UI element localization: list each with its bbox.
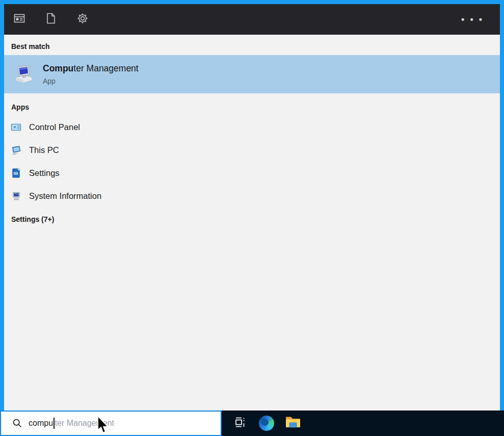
- search-results-panel: Best match Computer Management App: [4, 35, 500, 411]
- search-flyout-inner: • • • Best match Computer Manage: [4, 4, 500, 411]
- taskbar-icons: [227, 411, 306, 436]
- search-typed-text: compu: [29, 419, 53, 428]
- task-view-button[interactable]: [227, 411, 253, 436]
- file-explorer-button[interactable]: [280, 411, 306, 436]
- settings-section-label: Settings (7+): [4, 208, 500, 228]
- best-match-title: Computer Management: [43, 63, 139, 74]
- apps-filter-button[interactable]: [13, 13, 25, 25]
- apps-section-label: Apps: [4, 93, 500, 116]
- app-result-settings[interactable]: Settings: [4, 162, 500, 185]
- app-result-label: Settings: [29, 168, 60, 178]
- app-result-label: System Information: [29, 191, 101, 201]
- app-result-control-panel[interactable]: Control Panel: [4, 116, 500, 139]
- search-icon: [12, 418, 22, 428]
- search-flyout: • • • Best match Computer Manage: [0, 0, 504, 411]
- app-result-label: This PC: [29, 145, 59, 155]
- edge-icon: [259, 416, 274, 431]
- more-options-button[interactable]: • • •: [454, 17, 491, 22]
- best-match-title-rest: ter Management: [73, 63, 138, 73]
- taskbar-search-input[interactable]: computer Management: [0, 411, 222, 436]
- app-result-this-pc[interactable]: This PC: [4, 139, 500, 162]
- search-text: computer Management: [29, 418, 114, 429]
- file-explorer-icon: [285, 415, 301, 431]
- best-match-result-computer-management[interactable]: Computer Management App: [4, 55, 500, 93]
- gear-filter-icon: [76, 12, 89, 27]
- best-match-subtitle: App: [43, 77, 139, 85]
- search-filter-bar: • • •: [4, 4, 500, 35]
- apps-filter-icon: [13, 12, 25, 27]
- settings-filter-button[interactable]: [76, 13, 89, 25]
- best-match-title-typed: Compu: [43, 63, 73, 73]
- text-caret: [54, 418, 55, 429]
- document-filter-icon: [45, 12, 57, 27]
- settings-app-icon: [11, 168, 21, 178]
- computer-management-icon: [12, 63, 35, 86]
- documents-filter-button[interactable]: [45, 13, 57, 25]
- taskbar: computer Management: [0, 411, 504, 436]
- app-result-system-information[interactable]: System Information: [4, 185, 500, 208]
- best-match-section-label: Best match: [4, 35, 500, 55]
- app-result-label: Control Panel: [29, 122, 80, 132]
- control-panel-icon: [11, 122, 21, 133]
- task-view-icon: [233, 415, 247, 431]
- search-suggestion-text: ter Management: [55, 419, 115, 428]
- this-pc-icon: [11, 145, 21, 156]
- edge-button[interactable]: [253, 411, 280, 436]
- system-information-icon: [11, 191, 21, 201]
- best-match-text: Computer Management App: [43, 63, 139, 85]
